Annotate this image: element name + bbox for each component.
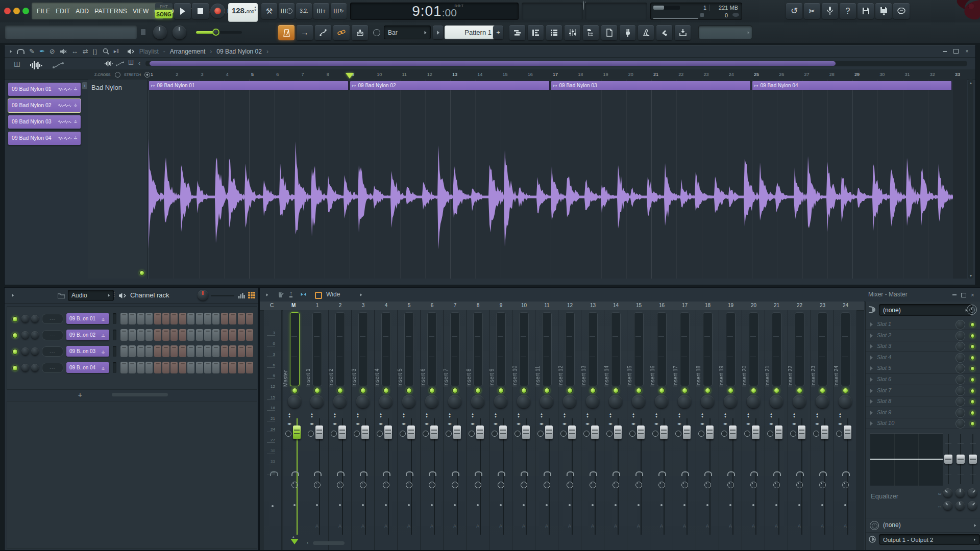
arm-disk-label[interactable]: A: [352, 523, 374, 529]
column-label-insert[interactable]: 9: [489, 303, 512, 308]
channel-rack-header[interactable]: Audio ⋮ Channel rack: [5, 288, 258, 304]
fader-handle[interactable]: [522, 425, 530, 439]
strip-pan-knob[interactable]: [517, 395, 530, 408]
strip-pan-knob[interactable]: [839, 395, 852, 408]
pan-arrows-icon[interactable]: ◂▸: [354, 421, 361, 426]
ruler-bar-number[interactable]: 16: [528, 72, 533, 77]
latency-clock-icon[interactable]: [796, 482, 803, 488]
strip-pan-knob[interactable]: [540, 395, 553, 408]
fader-handle[interactable]: [499, 425, 507, 439]
headphone-icon[interactable]: [681, 471, 689, 476]
step-cell[interactable]: [238, 313, 245, 324]
ruler-bar-number[interactable]: 1: [151, 72, 153, 77]
output-selector[interactable]: Output 1 - Output 2: [879, 534, 980, 545]
step-cell[interactable]: [238, 345, 245, 357]
preview-speaker-icon[interactable]: [119, 292, 127, 299]
menu-item-view[interactable]: VIEW: [133, 8, 149, 15]
channel-enable-led[interactable]: [12, 365, 18, 371]
route-circle[interactable]: [537, 431, 544, 437]
stereo-sep-icon[interactable]: ▴ ▾: [516, 412, 522, 418]
record-dot[interactable]: [431, 504, 433, 506]
pan-arrows-icon[interactable]: ◂▸: [515, 421, 522, 426]
column-label-insert[interactable]: 20: [742, 303, 765, 308]
ruler-bar-number[interactable]: 17: [553, 72, 558, 77]
mixer-strip-insert[interactable]: Insert 5▴ ▾◂▸A: [398, 310, 421, 550]
step-cell[interactable]: [145, 329, 153, 341]
headphone-icon[interactable]: [429, 471, 436, 476]
latency-clock-icon[interactable]: [727, 482, 734, 488]
headphone-icon[interactable]: [635, 471, 643, 476]
ruler-bar-number[interactable]: 3: [201, 72, 204, 77]
master-select-arrow[interactable]: [290, 539, 299, 544]
strip-mute-led[interactable]: [452, 388, 458, 393]
arm-disk-label[interactable]: A: [467, 523, 489, 529]
channel-target-display[interactable]: ---: [42, 314, 63, 324]
latency-clock-icon[interactable]: [635, 482, 642, 488]
mixer-strip-insert[interactable]: Insert 8▴ ▾◂▸A: [467, 310, 489, 550]
fader-handle[interactable]: [775, 425, 782, 439]
record-dot[interactable]: [660, 504, 663, 506]
route-circle[interactable]: [629, 431, 635, 437]
strip-mute-led[interactable]: [843, 388, 848, 393]
fader-handle[interactable]: [752, 425, 760, 439]
latency-clock-icon[interactable]: [360, 482, 366, 488]
ruler-bar-number[interactable]: 20: [628, 72, 633, 77]
headphone-icon[interactable]: [475, 471, 482, 476]
route-circle[interactable]: [721, 431, 727, 437]
route-circle[interactable]: [514, 431, 521, 437]
strip-mute-led[interactable]: [498, 388, 504, 393]
slot-enable-led[interactable]: [970, 344, 975, 349]
step-cell[interactable]: [229, 329, 236, 341]
step-cell[interactable]: [129, 329, 136, 341]
step-cell[interactable]: [137, 313, 144, 324]
grid-automation-icon[interactable]: [116, 61, 124, 66]
strip-mute-led[interactable]: [797, 388, 802, 393]
playlist-clip-header[interactable]: ↦09 Bad Nylon 04: [752, 81, 952, 90]
step-cell[interactable]: [170, 362, 178, 373]
toggle-playlist[interactable]: [509, 25, 525, 40]
arm-disk-label[interactable]: A: [765, 523, 788, 529]
headphone-icon[interactable]: [452, 471, 459, 476]
latency-clock-icon[interactable]: [750, 482, 757, 488]
latency-clock-icon[interactable]: [406, 482, 412, 488]
toggle-touch-keyboard[interactable]: [638, 25, 654, 40]
slip-tool-icon[interactable]: ⇄: [83, 47, 88, 55]
column-label-insert[interactable]: 6: [421, 303, 444, 308]
arm-disk-label[interactable]: A: [329, 523, 351, 529]
step-cell[interactable]: [204, 362, 211, 373]
ruler-bar-number[interactable]: 31: [905, 72, 910, 77]
pan-arrows-icon[interactable]: ◂▸: [814, 421, 821, 426]
strip-pan-knob[interactable]: [288, 395, 301, 408]
stereo-sep-icon[interactable]: ▴ ▾: [653, 412, 659, 418]
ruler-bar-number[interactable]: 26: [779, 72, 784, 77]
step-grid-view-icon[interactable]: [248, 292, 255, 298]
mixer-scroll-left-arrow[interactable]: ‹: [307, 540, 308, 545]
step-cell[interactable]: [162, 345, 169, 357]
record-dot[interactable]: [523, 504, 525, 506]
route-circle[interactable]: [675, 431, 681, 437]
strip-pan-knob[interactable]: [632, 395, 645, 408]
move-handle-icon[interactable]: ↔↕: [100, 334, 106, 340]
pan-arrows-icon[interactable]: ◂▸: [308, 421, 315, 426]
timeline-ruler[interactable]: Z-CROSS STRETCH 123456789101112131415161…: [5, 69, 975, 80]
main-volume-knob[interactable]: [153, 26, 167, 39]
window-menu-icon[interactable]: [266, 293, 268, 296]
playlist-grid[interactable]: ↦09 Bad Nylon 01↦09 Bad Nylon 02↦09 Bad …: [149, 80, 967, 279]
move-handle-icon[interactable]: ↔↕: [72, 119, 79, 126]
record-dot[interactable]: [272, 505, 274, 507]
toggle-channel-rack[interactable]: [546, 25, 562, 40]
swing-knob[interactable]: [198, 290, 208, 300]
eq-slider-handle[interactable]: [944, 455, 952, 464]
headphone-icon[interactable]: [314, 471, 322, 476]
zoom-tool-icon[interactable]: [103, 48, 109, 55]
save-button[interactable]: [857, 3, 874, 19]
add-channel-button[interactable]: +: [75, 390, 85, 399]
ruler-bar-number[interactable]: 13: [452, 72, 457, 77]
fader-handle[interactable]: [591, 425, 599, 439]
ruler-bar-number[interactable]: 21: [653, 72, 658, 77]
playlist-clip-header[interactable]: ↦09 Bad Nylon 01: [149, 81, 349, 90]
slot-mix-knob[interactable]: [955, 331, 965, 341]
column-label-insert[interactable]: 21: [765, 303, 788, 308]
stereo-sep-icon[interactable]: ▴ ▾: [286, 412, 292, 418]
mixer-strip-insert[interactable]: Insert 7▴ ▾◂▸A: [444, 310, 467, 550]
